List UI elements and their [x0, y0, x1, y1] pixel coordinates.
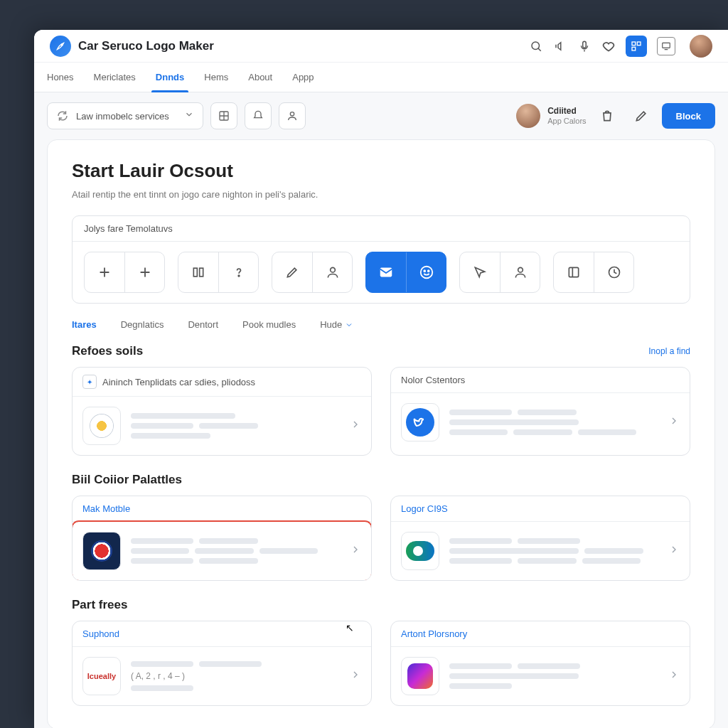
user-chip[interactable]: Cdiited App Calors [516, 104, 586, 128]
section1-card-0: ✦ Aininch Tenplidats car sdies, pliodoss [72, 367, 372, 456]
person-icon [500, 252, 540, 292]
card-body[interactable] [73, 522, 371, 580]
card-body[interactable] [391, 393, 690, 451]
card-lines [131, 538, 340, 564]
user-meta: Cdiited App Calors [547, 106, 586, 126]
filter-more[interactable]: Hude [320, 319, 353, 330]
question-icon [218, 252, 258, 292]
avatar[interactable] [690, 35, 712, 58]
filter-1[interactable]: Degnlatics [121, 319, 164, 330]
card-thumb [401, 532, 439, 570]
filter-0[interactable]: Itares [72, 319, 97, 330]
section1-title: Refoes soils [72, 344, 143, 358]
chevron-right-icon [668, 415, 680, 429]
card-thumb: Icueally [82, 657, 121, 695]
template-pair-0[interactable] [84, 252, 165, 293]
card-head-text[interactable]: Suphond [82, 628, 119, 639]
nav-item-0[interactable]: Hones [47, 63, 74, 92]
card-head-text[interactable]: Logor CI9S [401, 503, 448, 514]
header-actions [529, 35, 712, 58]
nav-item-2[interactable]: Dnnds [156, 63, 184, 92]
card-head: Suphond [73, 621, 371, 647]
section2-title-row: Biil Coiior Palattles [72, 473, 690, 487]
mic-icon[interactable] [577, 39, 592, 53]
chevron-right-icon [668, 544, 680, 558]
section3-title: Part frees [72, 598, 127, 612]
svg-line-2 [538, 48, 541, 51]
card-body[interactable] [391, 647, 690, 705]
section2-card-0-body [72, 521, 372, 581]
dropdown-label: Law inmobelc services [76, 111, 177, 122]
svg-rect-6 [632, 47, 636, 50]
svg-rect-3 [583, 41, 587, 48]
card-body[interactable]: Icueally ( A, 2 , r , 4 – ) [73, 647, 371, 705]
template-pair-2[interactable] [272, 252, 353, 293]
svg-point-25 [518, 267, 523, 272]
template-pair-1[interactable] [178, 252, 259, 293]
nav-item-1[interactable]: Mericlates [94, 63, 136, 92]
grid-button[interactable] [210, 102, 237, 129]
section1-link[interactable]: Inopl a find [648, 346, 690, 356]
chevron-right-icon [350, 544, 361, 558]
notify-button[interactable] [245, 102, 272, 129]
svg-point-0 [61, 44, 63, 46]
section1-card-1: Nolor Cstentors [390, 367, 690, 456]
content-panel: Start Lauir Ocsout Atail rentip the ent … [47, 139, 715, 728]
nav-item-3[interactable]: Hems [204, 63, 228, 92]
chevron-down-icon [184, 109, 194, 122]
filter-2[interactable]: Dentort [188, 319, 218, 330]
svg-point-12 [290, 112, 294, 116]
nav-item-5[interactable]: Appp [292, 63, 314, 92]
card-body[interactable] [391, 522, 690, 580]
bag-icon[interactable] [594, 102, 621, 129]
svg-rect-26 [569, 267, 578, 277]
section2-cards: Mak Motble Logor CI9S [72, 496, 690, 581]
category-dropdown[interactable]: Law inmobelc services [47, 102, 203, 129]
card-thumb [401, 403, 439, 441]
card-thumb [401, 657, 439, 695]
heart-icon[interactable] [601, 39, 616, 53]
sound-icon[interactable] [553, 39, 567, 53]
template-box-label: Jolys fare Temolatuvs [73, 216, 690, 242]
main-nav: Hones Mericlates Dnnds Hems About Appp [34, 63, 728, 92]
profile-button[interactable] [279, 102, 306, 129]
main-area: Start Lauir Ocsout Atail rentip the ent … [34, 139, 728, 728]
chevron-right-icon [668, 669, 680, 683]
clock-icon [594, 252, 633, 292]
template-pair-4[interactable] [459, 252, 540, 293]
svg-rect-5 [637, 42, 641, 46]
card-lines: ( A, 2 , r , 4 – ) [131, 661, 340, 691]
plus-icon [85, 252, 124, 292]
person-icon [312, 252, 352, 292]
card-head-text[interactable]: Mak Motble [82, 503, 130, 514]
pen-icon[interactable] [628, 102, 655, 129]
filter-3[interactable]: Pook mudles [242, 319, 296, 330]
card-body[interactable] [73, 397, 371, 455]
apps-icon[interactable] [626, 36, 647, 57]
template-pair-5[interactable] [553, 252, 634, 293]
svg-point-22 [420, 267, 432, 279]
monitor-icon[interactable] [657, 37, 675, 55]
card-head: Logor CI9S [391, 496, 690, 522]
template-row [73, 242, 690, 303]
page-title: Start Lauir Ocsout [72, 160, 690, 182]
card-head: Artont Plorsnory [391, 621, 690, 647]
thumb-label: Icueally [87, 672, 116, 680]
search-icon[interactable] [529, 39, 543, 53]
card-head: Mak Motble [73, 496, 371, 522]
section2-title: Biil Coiior Palattles [72, 473, 182, 487]
section2-card-0: Mak Motble [72, 496, 372, 581]
svg-point-20 [330, 267, 335, 272]
card-head-text[interactable]: Artont Plorsnory [401, 628, 467, 639]
toolbar: Law inmobelc services Cdiited App Calors… [34, 92, 728, 139]
primary-action-button[interactable]: Block [662, 103, 715, 129]
card-head-text: Nolor Cstentors [401, 375, 465, 385]
app-window: Car Seruco Logo Maker Hones Mericlates D… [34, 30, 728, 728]
section3-card-1: Artont Plorsnory [390, 621, 690, 706]
page-subtitle: Atail rentip the ent tinnt on jogo care … [72, 189, 690, 200]
chevron-down-icon [345, 321, 353, 329]
nav-item-4[interactable]: About [248, 63, 272, 92]
svg-rect-17 [193, 268, 197, 277]
smile-icon [406, 252, 446, 292]
template-pair-3[interactable] [365, 252, 446, 293]
